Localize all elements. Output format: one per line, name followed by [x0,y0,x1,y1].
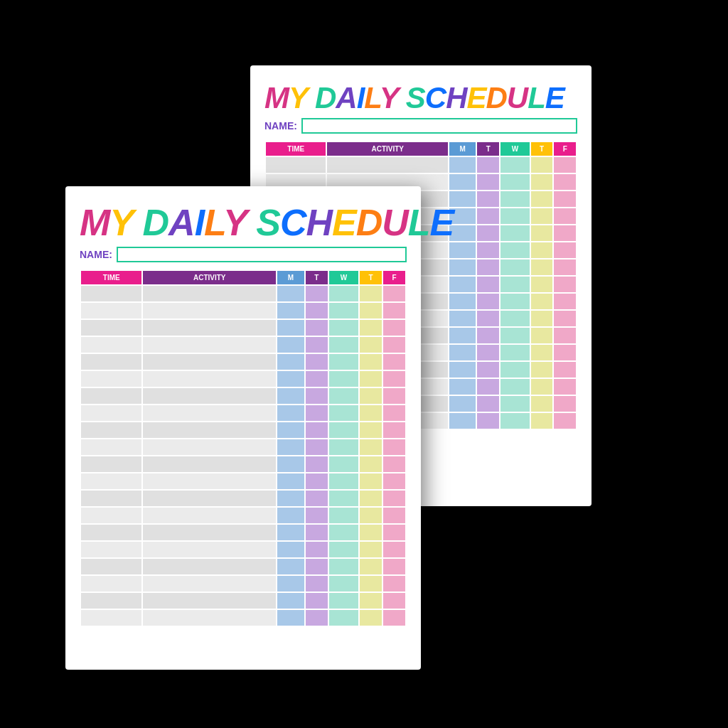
table-cell [81,371,141,387]
table-cell [143,286,275,301]
schedule-table-front: TIME ACTIVITY M T W T F [80,269,407,627]
table-cell [306,542,328,557]
table-cell [277,439,304,455]
table-cell [277,354,304,370]
table-cell [277,337,304,353]
table-cell [143,576,275,592]
table-cell [554,413,576,429]
table-cell [477,362,499,378]
table-cell [277,576,304,592]
table-row [81,303,405,318]
table-row [81,388,405,404]
table-cell [554,362,576,378]
table-cell [500,413,530,429]
table-cell [554,379,576,395]
col-t-front: T [306,271,328,284]
table-cell [383,303,405,318]
table-cell [360,371,382,387]
table-cell [477,242,499,258]
table-row [81,405,405,421]
table-cell [477,157,499,173]
table-cell [306,354,328,370]
table-cell [449,396,476,412]
table-cell [81,610,141,626]
table-cell [329,456,358,472]
col-t2-front: T [360,271,382,284]
table-cell [500,362,530,378]
table-cell [329,422,358,438]
table-cell [329,593,358,609]
table-cell [383,610,405,626]
table-cell [329,542,358,557]
table-cell [306,337,328,353]
table-cell [143,388,275,404]
table-cell [143,405,275,421]
title-front: MY DAILY SCHEDULE [80,203,407,242]
table-cell [81,388,141,404]
col-time-back: TIME [266,142,326,156]
table-row [266,157,576,173]
table-cell [81,456,141,472]
table-cell [360,439,382,455]
table-cell [383,593,405,609]
table-cell [143,439,275,455]
table-cell [554,208,576,224]
table-cell [383,405,405,421]
table-cell [360,593,382,609]
name-input-back[interactable] [301,118,577,134]
table-cell [477,208,499,224]
col-time-front: TIME [81,271,141,284]
table-cell [143,354,275,370]
table-cell [143,491,275,506]
table-cell [81,491,141,506]
table-cell [306,508,328,523]
table-cell [554,191,576,207]
table-cell [500,396,530,412]
table-cell [477,379,499,395]
table-cell [554,345,576,360]
table-cell [306,559,328,574]
table-cell [306,303,328,318]
table-cell [383,508,405,523]
col-activity-back: ACTIVITY [327,142,448,156]
table-cell [531,362,553,378]
table-cell [477,174,499,190]
table-cell [329,491,358,506]
table-cell [143,559,275,574]
table-cell [383,320,405,336]
table-cell [500,157,530,173]
table-row [81,508,405,523]
table-cell [554,328,576,343]
table-cell [277,422,304,438]
table-cell [143,593,275,609]
table-cell [143,422,275,438]
col-t-back: T [477,142,499,156]
table-cell [449,362,476,378]
table-cell [500,208,530,224]
table-cell [500,225,530,241]
table-cell [277,508,304,523]
title-back: MY DAILY SCHEDULE [264,82,577,114]
table-cell [477,413,499,429]
table-cell [383,559,405,574]
table-cell [277,542,304,557]
table-cell [360,337,382,353]
table-cell [306,388,328,404]
table-cell [360,422,382,438]
table-cell [500,191,530,207]
table-cell [500,242,530,258]
table-cell [306,286,328,301]
table-cell [449,242,476,258]
name-row-back: NAME: [264,118,577,134]
table-cell [360,491,382,506]
table-cell [143,542,275,557]
table-cell [477,277,499,292]
name-input-front[interactable] [117,247,407,262]
table-cell [383,525,405,540]
table-cell [449,259,476,275]
table-cell [329,610,358,626]
table-cell [277,371,304,387]
table-cell [329,371,358,387]
table-cell [81,542,141,557]
table-cell [329,337,358,353]
